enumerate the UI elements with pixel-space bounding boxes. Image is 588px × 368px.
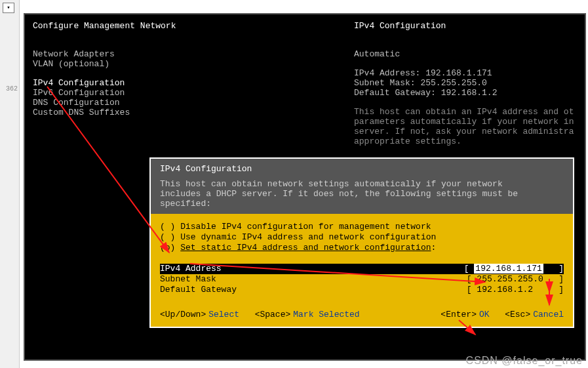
description-l2: parameters automatically if your network… [354,117,577,127]
line-number: 362 [6,85,18,92]
legend-esc-key: <Esc> [505,310,530,320]
option-static-ipv4[interactable]: (o) Set static IPv4 address and network … [160,243,564,253]
editor-gutter: 362 [0,0,20,368]
menu-custom-dns-suffixes[interactable]: Custom DNS Suffixes [33,108,354,117]
dialog-header: IPv4 Configuration This host can obtain … [151,159,573,214]
legend-space-key: <Space> [255,310,291,320]
ok-button[interactable]: OK [479,310,490,320]
menu-ipv6-configuration[interactable]: IPv6 Configuration [33,88,354,98]
subnet-mask-value: 255.255.255.0 [420,78,486,88]
option-dynamic-ipv4[interactable]: ( ) Use dynamic IPv4 address and network… [160,232,564,243]
description-l3: server. If not, ask your network adminis… [354,127,577,136]
field-subnet-mask-label: Subnet Mask [160,274,216,285]
dialog-help-l2: includes a DHCP server. If it does not, … [160,189,564,199]
menu-vlan[interactable]: VLAN (optional) [33,59,354,69]
field-default-gateway[interactable]: Default Gateway [ 192.168.1.2 ] [160,285,564,295]
field-default-gateway-label: Default Gateway [160,285,237,295]
menu-ipv4-configuration[interactable]: IPv4 Configuration [33,78,354,88]
field-ipv4-address-label: IPv4 Address [160,264,222,274]
description-l4: appropriate settings. [354,136,577,146]
menu-dns-configuration[interactable]: DNS Configuration [33,98,354,108]
mode-value: Automatic [354,49,577,59]
default-gateway-value: 192.168.1.2 [441,88,498,98]
ipv4-address-value: 192.168.1.171 [425,68,492,78]
default-gateway-label: Default Gateway: [354,88,436,98]
dialog-help-l1: This host can obtain network settings au… [160,179,564,189]
legend-enter-key: <Enter> [441,310,477,320]
dialog-help-l3: specified: [160,199,564,209]
field-subnet-mask[interactable]: Subnet Mask [ 255.255.255.0 ] [160,274,564,285]
legend-mark: Mark Selected [293,310,359,320]
cancel-button[interactable]: Cancel [533,310,564,320]
default-gateway-line: Default Gateway: 192.168.1.2 [354,88,577,98]
page-title-left: Configure Management Network [33,21,354,31]
option-disable-ipv4[interactable]: ( ) Disable IPv4 configuration for manag… [160,222,564,232]
ipv4-configuration-dialog: IPv4 Configuration This host can obtain … [149,157,574,328]
dropdown-stub[interactable]: ▾ [3,3,14,13]
field-ipv4-address[interactable]: IPv4 Address [ 192.168.1.171 ] [160,264,564,274]
ipv4-address-line: IPv4 Address: 192.168.1.171 [354,68,577,78]
menu-network-adapters[interactable]: Network Adapters [33,49,354,59]
field-ipv4-address-value[interactable]: 192.168.1.171 [474,264,543,274]
description-l1: This host can obtain an IPv4 address and… [354,107,577,117]
legend-select: Select [208,310,239,320]
ipv4-address-label: IPv4 Address: [354,68,420,78]
subnet-mask-line: Subnet Mask: 255.255.255.0 [354,78,577,88]
dialog-body: ( ) Disable IPv4 configuration for manag… [151,214,573,327]
field-subnet-mask-value[interactable]: 255.255.255.0 [477,274,543,284]
page-title-right: IPv4 Configuration [354,21,577,31]
dialog-title: IPv4 Configuration [160,164,564,174]
legend-updown-key: <Up/Down> [160,310,206,320]
field-default-gateway-value[interactable]: 192.168.1.2 [477,285,533,295]
subnet-mask-label: Subnet Mask: [354,78,416,88]
dialog-legend: <Up/Down> Select <Space> Mark Selected <… [160,310,564,320]
